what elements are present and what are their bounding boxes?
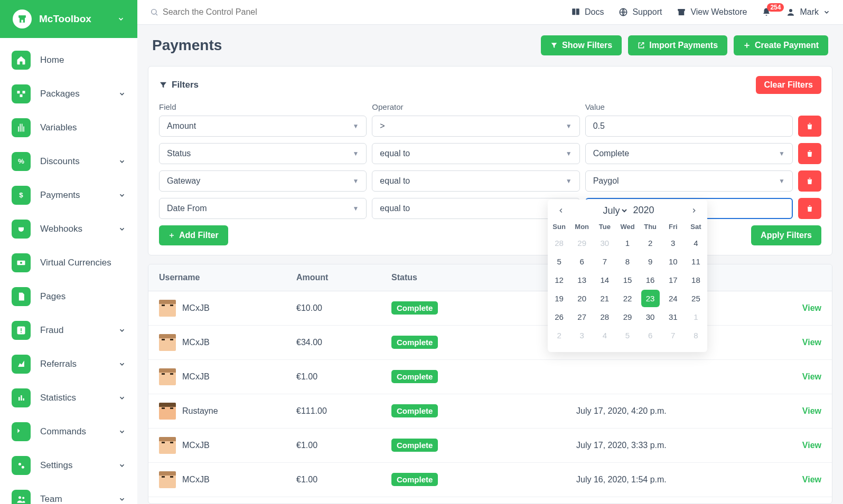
- svg-rect-5: [20, 124, 21, 132]
- svg-point-29: [789, 9, 792, 12]
- datepicker-day[interactable]: 4: [685, 234, 707, 252]
- sidebar-item-statistics[interactable]: Statistics: [8, 381, 129, 415]
- datepicker-day[interactable]: 10: [662, 252, 685, 271]
- datepicker-day[interactable]: 16: [639, 271, 662, 289]
- sidebar-item-commands[interactable]: Commands: [8, 415, 129, 449]
- datepicker-day[interactable]: 8: [685, 326, 707, 345]
- datepicker-day[interactable]: 9: [639, 252, 662, 271]
- datepicker-day[interactable]: 4: [593, 326, 616, 345]
- view-link[interactable]: View: [714, 475, 821, 484]
- datepicker-day[interactable]: 2: [548, 326, 570, 345]
- sidebar-item-discounts[interactable]: % Discounts: [8, 145, 129, 178]
- datepicker-month-select[interactable]: July: [601, 205, 629, 216]
- clear-filters-button[interactable]: Clear Filters: [756, 76, 821, 94]
- datepicker-next-button[interactable]: [686, 205, 702, 216]
- username: MCxJB: [182, 441, 210, 450]
- datepicker-day[interactable]: 31: [662, 308, 685, 326]
- view-webstore-link[interactable]: View Webstore: [677, 7, 747, 17]
- show-filters-button[interactable]: Show Filters: [541, 35, 622, 55]
- datepicker-day[interactable]: 7: [593, 252, 616, 271]
- datepicker-day[interactable]: 25: [685, 289, 707, 308]
- status-badge: Complete: [391, 473, 438, 486]
- datepicker-day[interactable]: 26: [548, 308, 570, 326]
- datepicker-day[interactable]: 12: [548, 271, 570, 289]
- sidebar-item-payments[interactable]: $ Payments: [8, 178, 129, 212]
- import-payments-button[interactable]: Import Payments: [628, 35, 727, 55]
- datepicker-day[interactable]: 28: [593, 308, 616, 326]
- delete-filter-button[interactable]: [798, 116, 821, 137]
- datepicker-day[interactable]: 1: [685, 308, 707, 326]
- amount: €111.00: [296, 406, 391, 416]
- filter-field-select[interactable]: Date From▼: [159, 198, 367, 219]
- view-link[interactable]: View: [714, 406, 821, 416]
- filter-operator-select[interactable]: >▼: [372, 116, 579, 137]
- datepicker-day[interactable]: 3: [570, 326, 593, 345]
- datepicker-day[interactable]: 15: [616, 271, 639, 289]
- datepicker-day[interactable]: 20: [570, 289, 593, 308]
- notifications-button[interactable]: 254: [762, 7, 771, 17]
- filter-field-select[interactable]: Amount▼: [159, 116, 367, 137]
- datepicker-day[interactable]: 18: [685, 271, 707, 289]
- view-link[interactable]: View: [714, 338, 821, 347]
- delete-filter-button[interactable]: [798, 198, 821, 219]
- sidebar-item-packages[interactable]: Packages: [8, 77, 129, 111]
- search-input[interactable]: [163, 7, 556, 17]
- filter-value-select[interactable]: Complete▼: [585, 143, 793, 164]
- docs-link[interactable]: Docs: [571, 7, 604, 17]
- datepicker-day[interactable]: 22: [616, 289, 639, 308]
- filter-icon: [550, 42, 558, 49]
- delete-filter-button[interactable]: [798, 143, 821, 164]
- view-link[interactable]: View: [714, 441, 821, 450]
- datepicker-day[interactable]: 13: [570, 271, 593, 289]
- store-name: McToolbox: [39, 13, 91, 25]
- support-link[interactable]: Support: [619, 7, 662, 17]
- sidebar-item-label: Virtual Currencies: [40, 258, 111, 268]
- store-switcher[interactable]: McToolbox: [0, 0, 137, 38]
- sidebar-item-home[interactable]: Home: [8, 43, 129, 77]
- sidebar-item-pages[interactable]: Pages: [8, 280, 129, 313]
- view-link[interactable]: View: [714, 303, 821, 313]
- filter-field-select[interactable]: Status▼: [159, 143, 367, 164]
- filter-value-select[interactable]: Paygol▼: [585, 170, 793, 192]
- datepicker-day[interactable]: 14: [593, 271, 616, 289]
- datepicker-day[interactable]: 21: [593, 289, 616, 308]
- datepicker-day[interactable]: 17: [662, 271, 685, 289]
- delete-filter-button[interactable]: [798, 170, 821, 192]
- sidebar-item-variables[interactable]: Variables: [8, 111, 129, 145]
- datepicker-day[interactable]: 3: [662, 234, 685, 252]
- datepicker-day[interactable]: 7: [662, 326, 685, 345]
- datepicker-day[interactable]: 5: [616, 326, 639, 345]
- add-filter-button[interactable]: Add Filter: [159, 225, 228, 245]
- datepicker-day[interactable]: 29: [616, 308, 639, 326]
- sidebar-item-virtual-currencies[interactable]: Virtual Currencies: [8, 246, 129, 280]
- view-link[interactable]: View: [714, 372, 821, 382]
- sidebar-item-referrals[interactable]: Referrals: [8, 347, 129, 381]
- sidebar-item-team[interactable]: Team: [8, 482, 129, 504]
- datepicker-day[interactable]: 6: [639, 326, 662, 345]
- datepicker-day[interactable]: 2: [639, 234, 662, 252]
- sidebar-item-settings[interactable]: Settings: [8, 449, 129, 482]
- datepicker-day[interactable]: 30: [639, 308, 662, 326]
- create-payment-button[interactable]: Create Payment: [734, 35, 828, 55]
- datepicker-day[interactable]: 1: [616, 234, 639, 252]
- filter-operator-select[interactable]: equal to▼: [372, 143, 579, 164]
- sidebar-item-fraud[interactable]: Fraud: [8, 313, 129, 347]
- user-menu[interactable]: Mark: [786, 7, 830, 17]
- datepicker-day[interactable]: 30: [593, 234, 616, 252]
- datepicker-day[interactable]: 23: [641, 290, 660, 307]
- datepicker-prev-button[interactable]: [553, 205, 569, 216]
- datepicker-day[interactable]: 28: [548, 234, 570, 252]
- filter-operator-select[interactable]: equal to▼: [372, 170, 579, 192]
- datepicker-day[interactable]: 24: [662, 289, 685, 308]
- datepicker-day[interactable]: 6: [570, 252, 593, 271]
- apply-filters-button[interactable]: Apply Filters: [751, 225, 821, 245]
- datepicker-day[interactable]: 11: [685, 252, 707, 271]
- filter-value-input[interactable]: 0.5: [585, 116, 793, 137]
- sidebar-item-webhooks[interactable]: Webhooks: [8, 212, 129, 246]
- datepicker-day[interactable]: 27: [570, 308, 593, 326]
- datepicker-day[interactable]: 19: [548, 289, 570, 308]
- datepicker-day[interactable]: 5: [548, 252, 570, 271]
- filter-field-select[interactable]: Gateway▼: [159, 170, 367, 192]
- datepicker-day[interactable]: 29: [570, 234, 593, 252]
- datepicker-day[interactable]: 8: [616, 252, 639, 271]
